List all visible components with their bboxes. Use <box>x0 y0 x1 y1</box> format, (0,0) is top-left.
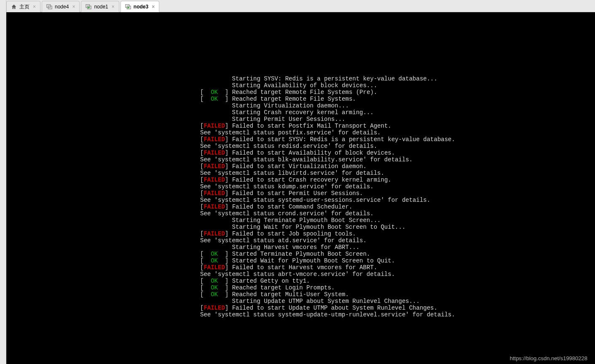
tab-home[interactable]: 主页 × <box>6 1 40 12</box>
terminal-line: See 'systemctl status redisd.service' fo… <box>6 143 595 150</box>
terminal-line: [FAILED] Failed to start Availability of… <box>6 150 595 156</box>
terminal-line: See 'systemctl status systemd-update-utm… <box>6 311 595 318</box>
terminal-line: [FAILED] Failed to start Job spooling to… <box>6 230 595 237</box>
terminal-line: [FAILED] Failed to start Update UTMP abo… <box>6 305 595 311</box>
terminal-line: [ OK ] Reached target Multi-User System. <box>6 291 595 298</box>
close-icon[interactable]: × <box>71 4 76 10</box>
terminal-line: Starting Virtualization daemon... <box>6 102 595 109</box>
terminal-line: See 'systemctl status libvirtd.service' … <box>6 170 595 177</box>
tab-node3[interactable]: node3 × <box>121 1 159 12</box>
terminal-line: [ OK ] Started Getty on tty1. <box>6 278 595 284</box>
terminal-line: [FAILED] Failed to start Virtualization … <box>6 163 595 170</box>
tab-label: 主页 <box>19 3 29 11</box>
terminal-line: Starting Availability of block devices..… <box>6 82 595 89</box>
tab-node1[interactable]: node1 × <box>81 1 119 12</box>
terminal-line: [FAILED] Failed to start Command Schedul… <box>6 203 595 210</box>
terminal-line: See 'systemctl status crond.service' for… <box>6 210 595 217</box>
terminal-line: [FAILED] Failed to start Permit User Ses… <box>6 190 595 197</box>
vm-running-icon <box>125 4 131 10</box>
terminal-line: Starting Terminate Plymouth Boot Screen.… <box>6 217 595 224</box>
terminal-line: [ OK ] Reached target Remote File System… <box>6 96 595 102</box>
close-icon[interactable]: × <box>32 4 37 10</box>
terminal-line: [FAILED] Failed to start Postfix Mail Tr… <box>6 123 595 129</box>
terminal-line: [FAILED] Failed to start SYSV: Redis is … <box>6 136 595 143</box>
tab-label: node3 <box>134 4 148 10</box>
terminal-line: Starting Harvest vmcores for ABRT... <box>6 244 595 251</box>
terminal-line: [ OK ] Started Terminate Plymouth Boot S… <box>6 251 595 257</box>
tab-node4[interactable]: node4 × <box>42 1 80 12</box>
watermark: https://blog.csdn.net/s19980228 <box>510 355 587 361</box>
sidebar-gutter <box>0 0 6 364</box>
terminal-line: See 'systemctl status kdump.service' for… <box>6 183 595 190</box>
close-icon[interactable]: × <box>111 4 115 10</box>
terminal-line: Starting Update UTMP about System Runlev… <box>6 298 595 305</box>
tab-label: node4 <box>55 4 69 10</box>
home-icon <box>11 4 17 10</box>
vm-running-icon <box>86 4 91 10</box>
terminal-console[interactable]: Starting SYSV: Redis is a persistent key… <box>6 12 595 364</box>
terminal-line: Starting SYSV: Redis is a persistent key… <box>6 75 595 82</box>
terminal-line: Starting Crash recovery kernel arming... <box>6 109 595 116</box>
terminal-line: [ OK ] Reached target Remote File System… <box>6 89 595 96</box>
tab-label: node1 <box>94 4 108 10</box>
terminal-line: [ OK ] Reached target Login Prompts. <box>6 284 595 291</box>
tabbar: 主页 × node4 × node1 × no <box>6 0 595 12</box>
vm-icon <box>46 4 52 10</box>
terminal-line: [FAILED] Failed to start Harvest vmcores… <box>6 264 595 271</box>
terminal-line: See 'systemctl status systemd-user-sessi… <box>6 197 595 203</box>
terminal-line: See 'systemctl status abrt-vmcore.servic… <box>6 271 595 278</box>
close-icon[interactable]: × <box>151 4 155 10</box>
terminal-line: Starting Wait for Plymouth Boot Screen t… <box>6 224 595 230</box>
terminal-line: Starting Permit User Sessions... <box>6 116 595 123</box>
terminal-line: See 'systemctl status blk-availability.s… <box>6 156 595 163</box>
terminal-line: [ OK ] Started Wait for Plymouth Boot Sc… <box>6 257 595 264</box>
terminal-line: [FAILED] Failed to start Crash recovery … <box>6 177 595 183</box>
terminal-line: See 'systemctl status postfix.service' f… <box>6 129 595 136</box>
terminal-line: See 'systemctl status atd.service' for d… <box>6 237 595 244</box>
